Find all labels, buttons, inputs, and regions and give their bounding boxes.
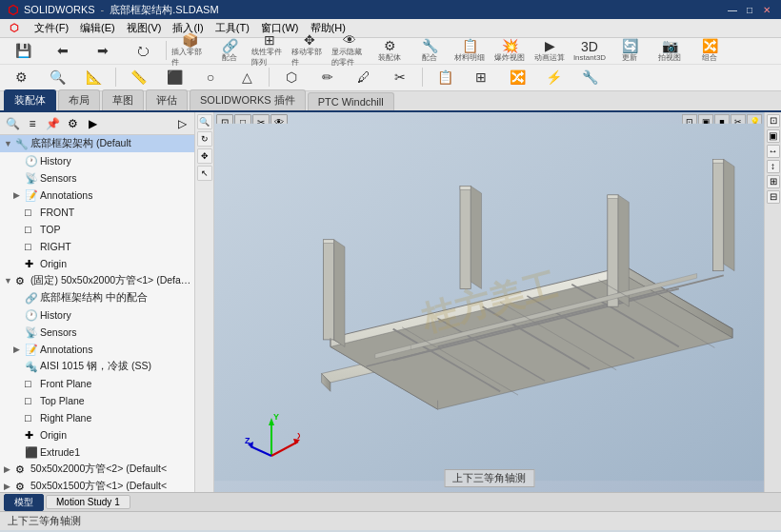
toolbar-btn-6[interactable]: 🔧配合 [411, 39, 449, 62]
svg-rect-26 [713, 159, 724, 163]
toolbar2-btn-3[interactable]: 📏 [121, 66, 155, 89]
rt-btn-1[interactable]: ⊡ [767, 114, 780, 128]
tree-item-history[interactable]: 🕐 History [0, 152, 194, 169]
quick-btn-3[interactable]: ⭮ [124, 39, 162, 62]
tree-play-btn[interactable]: ▶ [84, 115, 101, 132]
tree-item-part3[interactable]: ▶ ⚙ 50x50x1500方管<1> (Default< [0, 478, 194, 492]
expand-icon-root: ▼ [4, 139, 15, 148]
toolbar2-btn-5[interactable]: ○ [193, 66, 228, 89]
tree-item-origin[interactable]: ✚ Origin [0, 255, 194, 272]
menu-item-2[interactable]: 视图(V) [121, 19, 168, 37]
toolbar2-btn-8[interactable]: ✏ [310, 66, 345, 89]
vp-rotate-btn[interactable]: ↻ [197, 131, 212, 147]
toolbar2-btn-7[interactable]: ⬡ [274, 66, 309, 89]
svg-rect-19 [460, 187, 471, 289]
tree-item-front[interactable]: □ FRONT [0, 204, 194, 221]
svg-rect-23 [608, 195, 618, 199]
toolbar-btn-2[interactable]: ⊞线性零件阵列 [250, 39, 289, 62]
tree-item-part1-tp[interactable]: □ Top Plane [0, 392, 194, 409]
tab-0[interactable]: 装配体 [4, 89, 56, 110]
rt-btn-5[interactable]: ⊞ [767, 175, 780, 188]
tree-menu-btn[interactable]: ≡ [24, 115, 41, 132]
menu-item-1[interactable]: 编辑(E) [74, 19, 121, 37]
toolbar2-btn-4[interactable]: ⬛ [157, 66, 191, 89]
toolbar-btn-9[interactable]: ▶动画运算 [531, 39, 569, 62]
toolbar-btn-3[interactable]: ✥移动零部件 [290, 39, 329, 62]
tree-item-part1-mat[interactable]: 🔩 AISI 1015 钢，冷拔 (SS) [0, 358, 194, 375]
bottom-tab-0[interactable]: 模型 [4, 494, 44, 511]
3d-viewport[interactable]: ⊡ □ ✂ 👁 ⊡ ▣ ■ ✂ 💡 桂方美工 [214, 112, 764, 492]
menu-item-0[interactable]: 文件(F) [29, 19, 74, 37]
tree-pin-btn[interactable]: 📌 [44, 115, 61, 132]
toolbar-btn-0[interactable]: 📦插入零部件 [170, 39, 209, 62]
toolbar2-btn-1[interactable]: 🔍 [40, 66, 74, 89]
document-title: 底部框架结构.SLDASM [110, 3, 218, 17]
toolbar-btn-11[interactable]: 🔄更新 [611, 39, 649, 62]
vp-zoom-btn[interactable]: 🔍 [197, 114, 212, 129]
vp-select-btn[interactable]: ↖ [197, 166, 212, 181]
tree-item-part1-rp[interactable]: □ Right Plane [0, 409, 194, 426]
tree-collapse-btn[interactable]: ▷ [173, 115, 190, 132]
item-icon-part3: ⚙ [15, 481, 30, 493]
tree-item-part1-sens[interactable]: 📡 Sensors [0, 324, 194, 341]
toolbar2-btn-2[interactable]: 📐 [76, 66, 110, 89]
toolbar2-btn-6[interactable]: △ [230, 66, 264, 89]
tree-item-part1-ext[interactable]: ⬛ Extrude1 [0, 443, 194, 461]
toolbar2-btn-12[interactable]: ⊞ [464, 66, 498, 89]
toolbar-btn-10[interactable]: 3DInstant3D [571, 39, 609, 62]
svg-line-38 [271, 442, 298, 456]
quick-btn-2[interactable]: ➡ [84, 39, 122, 62]
tab-5[interactable]: PTC Windchill [308, 92, 394, 110]
tree-item-right[interactable]: □ RIGHT [0, 238, 194, 255]
tree-item-root[interactable]: ▼ 🔧 底部框架架构 (Default [0, 135, 194, 152]
tree-item-annotations[interactable]: ▶ 📝 Annotations [0, 187, 194, 204]
minimize-button[interactable]: — [726, 3, 739, 16]
tree-item-part1-orig[interactable]: ✚ Origin [0, 426, 194, 443]
close-button[interactable]: ✕ [760, 3, 773, 16]
tree-item-part1[interactable]: ▼ ⚙ (固定) 50x50x2000方管<1> (Default< [0, 272, 194, 289]
item-icon-top: □ [25, 224, 40, 235]
toolbar-btn-7[interactable]: 📋材料明细 [451, 39, 489, 62]
quick-btn-0[interactable]: 💾 [4, 39, 42, 62]
tree-item-part1-mate[interactable]: 🔗 底部框架结构 中的配合 [0, 289, 194, 306]
tab-3[interactable]: 评估 [146, 89, 188, 110]
tab-2[interactable]: 草图 [102, 89, 144, 110]
rt-btn-2[interactable]: ▣ [767, 129, 780, 143]
tree-item-sensors[interactable]: 📡 Sensors [0, 169, 194, 187]
toolbar2-btn-11[interactable]: 📋 [428, 66, 462, 89]
tab-4[interactable]: SOLIDWORKS 插件 [190, 89, 306, 110]
svg-text:Y: Y [273, 412, 279, 422]
rt-btn-6[interactable]: ⊟ [767, 190, 780, 204]
rt-btn-4[interactable]: ↕ [767, 160, 780, 173]
quick-btn-1[interactable]: ⬅ [44, 39, 82, 62]
toolbar2-btn-13[interactable]: 🔀 [500, 66, 534, 89]
tree-item-top[interactable]: □ TOP [0, 221, 194, 238]
menu-item-4[interactable]: 工具(T) [210, 19, 255, 37]
toolbar-btn-5[interactable]: ⚙装配体 [370, 39, 409, 62]
toolbar-btn-4[interactable]: 👁显示隐藏的零件 [330, 39, 369, 62]
tab-1[interactable]: 布局 [58, 89, 100, 110]
tree-settings-btn[interactable]: ⚙ [64, 115, 81, 132]
tree-content: ▼ 🔧 底部框架架构 (Default 🕐 History 📡 Sensors … [0, 135, 194, 492]
toolbar2-btn-9[interactable]: 🖊 [347, 66, 381, 89]
item-icon-front: □ [25, 207, 40, 218]
item-icon-part1: ⚙ [15, 275, 30, 287]
tree-item-part1-hist[interactable]: 🕐 History [0, 306, 194, 324]
menu-item-5[interactable]: 窗口(W) [255, 19, 305, 37]
toolbar2-btn-10[interactable]: ✂ [383, 66, 417, 89]
bottom-tab-1[interactable]: Motion Study 1 [46, 495, 130, 509]
tree-item-part1-fp[interactable]: □ Front Plane [0, 375, 194, 392]
tree-item-part1-ann[interactable]: ▶ 📝 Annotations [0, 341, 194, 358]
tree-filter-btn[interactable]: 🔍 [4, 115, 21, 132]
toolbar2-btn-15[interactable]: 🔧 [572, 66, 607, 89]
toolbar-btn-13[interactable]: 🔀组合 [691, 39, 729, 62]
toolbar2-btn-14[interactable]: ⚡ [536, 66, 571, 89]
maximize-button[interactable]: □ [743, 3, 756, 16]
toolbar-btn-1[interactable]: 🔗配合 [210, 39, 249, 62]
tree-item-part2[interactable]: ▶ ⚙ 50x50x2000方管<2> (Default< [0, 461, 194, 478]
rt-btn-3[interactable]: ↔ [767, 145, 780, 158]
toolbar2-btn-0[interactable]: ⚙ [4, 66, 38, 89]
vp-pan-btn[interactable]: ✥ [197, 148, 212, 164]
toolbar-btn-8[interactable]: 💥爆炸视图 [491, 39, 529, 62]
toolbar-btn-12[interactable]: 📷拍视图 [651, 39, 689, 62]
